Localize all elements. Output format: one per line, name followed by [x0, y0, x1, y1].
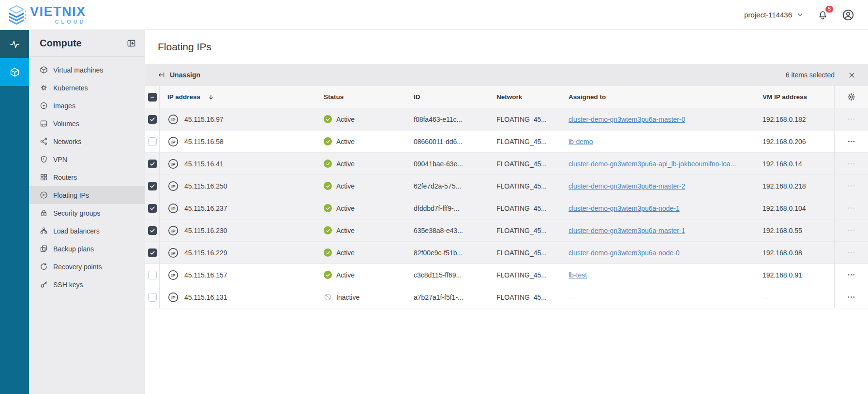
row-checkbox[interactable]: [148, 115, 157, 124]
assigned-to-link[interactable]: lb-test: [569, 271, 587, 279]
sidebar-item-virtual-machines[interactable]: Virtual machines: [29, 61, 145, 79]
logo-stack-icon: [6, 4, 27, 26]
floating-ip-icon: [167, 180, 179, 192]
network-name: FLOATING_45...: [495, 182, 568, 190]
volume-icon: [40, 119, 48, 128]
assigned-to-link[interactable]: cluster-demo-gn3wtem3pu6a-master-1: [569, 227, 685, 234]
account-button[interactable]: [842, 9, 854, 21]
sidebar-item-backup-plans[interactable]: Backup plans: [29, 240, 145, 258]
column-header-status: Status: [323, 93, 413, 101]
select-all-checkbox[interactable]: [148, 93, 157, 102]
row-actions-menu[interactable]: [847, 204, 855, 212]
sidebar-item-volumes[interactable]: Volumes: [29, 115, 145, 132]
unassign-label: Unassign: [170, 71, 200, 79]
assigned-to-link[interactable]: cluster-demo-gn3wtem3pu6a-node-0: [569, 249, 680, 257]
network-icon: [40, 137, 48, 146]
status-active-icon: [324, 182, 332, 190]
floating-ip-icon: [167, 269, 179, 281]
status-label: Active: [336, 249, 355, 257]
vm-ip-address: 192.168.0.182: [762, 116, 834, 123]
status-active-icon: [324, 248, 332, 257]
network-name: FLOATING_45...: [495, 138, 568, 146]
row-actions-menu[interactable]: [847, 115, 855, 123]
user-icon: [842, 9, 854, 21]
sidebar-item-images[interactable]: Images: [29, 97, 145, 115]
sidebar-item-floating-ips[interactable]: Floating IPs: [29, 186, 145, 204]
row-actions-menu[interactable]: [847, 160, 855, 168]
selection-count: 6 items selected: [786, 71, 835, 79]
row-actions-menu[interactable]: [847, 182, 855, 190]
close-icon[interactable]: [848, 72, 855, 79]
sidebar-item-networks[interactable]: Networks: [29, 132, 145, 150]
sort-desc-icon[interactable]: [208, 94, 214, 101]
project-selector[interactable]: project-114436: [744, 11, 804, 19]
unassign-icon: [158, 71, 165, 79]
row-checkbox[interactable]: [148, 271, 157, 279]
status-label: Active: [336, 160, 355, 168]
collapse-panel-icon[interactable]: [127, 39, 136, 48]
status-active-icon: [324, 271, 332, 279]
row-actions-menu[interactable]: [847, 226, 855, 234]
row-checkbox[interactable]: [148, 226, 157, 235]
network-name: FLOATING_45...: [495, 227, 568, 234]
assigned-to-empty: —: [569, 293, 575, 301]
vm-ip-address: 192.168.0.91: [762, 271, 834, 279]
row-checkbox[interactable]: [148, 204, 157, 213]
floating-ip-icon: [167, 225, 179, 236]
shield-icon: [40, 155, 48, 163]
routers-icon: [40, 173, 48, 181]
ip-address: 45.115.16.131: [184, 293, 227, 301]
row-actions-menu[interactable]: [847, 137, 855, 146]
sidebar-item-recovery-points[interactable]: Recovery points: [29, 258, 145, 276]
status-active-icon: [324, 226, 332, 234]
sidebar-item-vpn[interactable]: VPN: [29, 150, 145, 168]
vm-ip-address: 192.168.0.98: [762, 249, 834, 257]
sidebar-item-ssh-keys[interactable]: SSH keys: [29, 276, 145, 293]
table-row: 45.115.16.41 Active 09041bae-63e... FLOA…: [145, 153, 868, 175]
brand-logo[interactable]: VIETNIX CLOUD: [6, 4, 86, 26]
assigned-to-link[interactable]: cluster-demo-gn3wtem3pu6a-master-0: [569, 116, 685, 123]
sidebar-item-kubernetes[interactable]: Kubernetes: [29, 79, 145, 97]
resource-id: 82f00e9c-f51b...: [413, 249, 495, 257]
row-actions-menu[interactable]: [847, 271, 855, 279]
table-settings-gear-icon[interactable]: [847, 93, 855, 101]
assigned-to-link[interactable]: lb-demo: [569, 138, 593, 146]
cube-icon: [40, 66, 48, 74]
floating-ip-icon: [167, 114, 179, 125]
row-checkbox[interactable]: [148, 293, 157, 302]
notifications-button[interactable]: 5: [817, 9, 828, 20]
project-name: project-114436: [744, 11, 792, 19]
column-header-vm-ip: VM IP address: [762, 93, 834, 101]
lock-icon: [40, 209, 48, 217]
sidebar-title: Compute: [40, 38, 82, 49]
sidebar: Compute Virtual machines Kubernetes Imag…: [29, 30, 145, 394]
resource-id: 08660011-dd6...: [413, 138, 495, 146]
unassign-button[interactable]: Unassign: [158, 71, 200, 79]
sidebar-menu: Virtual machines Kubernetes Images Volum…: [29, 57, 145, 293]
sidebar-item-security-groups[interactable]: Security groups: [29, 204, 145, 222]
assigned-to-link[interactable]: cluster-demo-gn3wtem3pu6a-api_lb-jokbeou…: [569, 160, 736, 168]
row-checkbox[interactable]: [148, 137, 157, 146]
assigned-to-link[interactable]: cluster-demo-gn3wtem3pu6a-master-2: [569, 182, 685, 190]
rail-item-compute[interactable]: [0, 58, 29, 86]
assigned-to-link[interactable]: cluster-demo-gn3wtem3pu6a-node-1: [569, 204, 680, 212]
floating-ip-icon: [167, 136, 179, 147]
row-actions-menu[interactable]: [847, 293, 855, 301]
vm-ip-address: 192.168.0.104: [762, 204, 834, 212]
status-label: Active: [336, 182, 355, 190]
row-checkbox[interactable]: [148, 160, 157, 168]
recovery-icon: [40, 263, 48, 271]
row-actions-menu[interactable]: [847, 248, 855, 257]
status-active-icon: [324, 160, 332, 168]
table-row: 45.115.16.157 Active c3c8d115-ff69... FL…: [145, 264, 868, 286]
key-icon: [40, 280, 48, 289]
activity-icon: [10, 39, 20, 49]
row-checkbox[interactable]: [148, 248, 157, 257]
sidebar-item-load-balancers[interactable]: Load balancers: [29, 222, 145, 240]
rail-item-monitoring[interactable]: [0, 30, 29, 58]
sidebar-item-routers[interactable]: Routers: [29, 168, 145, 186]
row-checkbox[interactable]: [148, 182, 157, 190]
selection-toolbar: Unassign 6 items selected: [145, 64, 868, 86]
status-label: Active: [336, 138, 355, 146]
floating-ips-table: IP address Status ID Network Assigned to…: [145, 86, 868, 308]
